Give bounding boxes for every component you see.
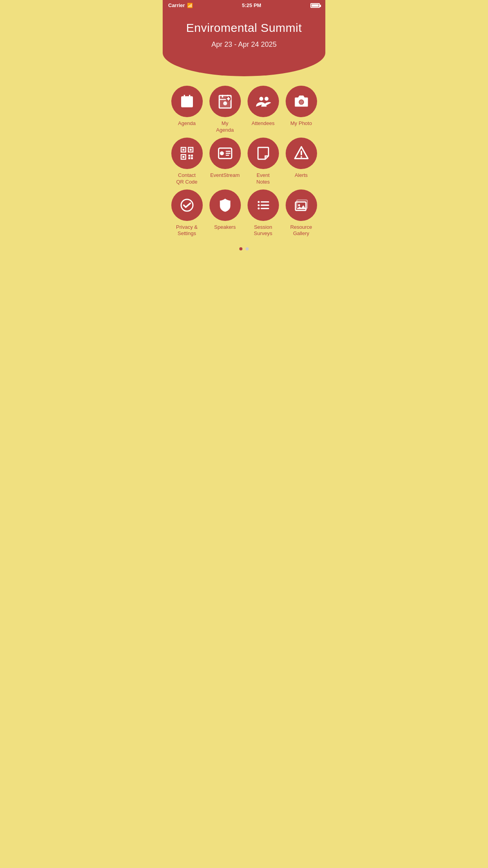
svg-rect-7 bbox=[183, 105, 185, 106]
svg-rect-6 bbox=[189, 102, 190, 103]
privacy-settings-icon-circle bbox=[171, 189, 203, 221]
eventstream-label: EventStream bbox=[210, 172, 240, 179]
page-dot-2[interactable] bbox=[246, 247, 249, 250]
eventstream-icon bbox=[217, 145, 233, 161]
event-notes-icon bbox=[255, 145, 271, 161]
contact-qr-label: ContactQR Code bbox=[176, 172, 197, 186]
my-photo-icon-circle bbox=[286, 86, 317, 117]
agenda-icon bbox=[179, 94, 195, 109]
svg-point-20 bbox=[259, 97, 263, 101]
my-photo-item[interactable]: My Photo bbox=[283, 86, 319, 134]
privacy-settings-icon bbox=[179, 197, 195, 213]
svg-rect-25 bbox=[182, 149, 184, 151]
speakers-icon bbox=[217, 197, 233, 213]
resource-gallery-icon-circle bbox=[286, 189, 317, 221]
eventstream-icon-circle bbox=[209, 138, 241, 169]
wifi-icon: 📶 bbox=[187, 3, 193, 8]
my-photo-label: My Photo bbox=[290, 120, 312, 127]
agenda-item[interactable]: Agenda bbox=[169, 86, 205, 134]
svg-rect-33 bbox=[191, 157, 193, 159]
carrier-label: Carrier bbox=[168, 2, 185, 8]
svg-rect-29 bbox=[182, 156, 184, 158]
alerts-icon bbox=[294, 145, 309, 161]
svg-rect-30 bbox=[188, 154, 190, 156]
session-surveys-icon bbox=[255, 197, 271, 213]
event-date: Apr 23 - Apr 24 2025 bbox=[171, 40, 317, 49]
event-notes-item[interactable]: EventNotes bbox=[245, 138, 281, 186]
agenda-icon-circle bbox=[171, 86, 203, 117]
svg-rect-5 bbox=[186, 102, 187, 103]
svg-point-45 bbox=[257, 204, 259, 206]
attendees-label: Attendees bbox=[251, 120, 275, 127]
my-agenda-icon bbox=[217, 94, 233, 109]
alerts-icon-circle bbox=[286, 138, 317, 169]
my-agenda-icon-circle bbox=[209, 86, 241, 117]
my-agenda-label: MyAgenda bbox=[216, 120, 234, 134]
status-right bbox=[310, 3, 320, 8]
page-dots bbox=[163, 243, 325, 254]
svg-point-23 bbox=[299, 100, 303, 104]
main-grid: Agenda MyAgenda bbox=[163, 76, 325, 243]
svg-point-21 bbox=[264, 97, 268, 101]
session-surveys-item[interactable]: SessionSurveys bbox=[245, 189, 281, 237]
svg-rect-31 bbox=[191, 154, 193, 156]
contact-qr-item[interactable]: ContactQR Code bbox=[169, 138, 205, 186]
alerts-label: Alerts bbox=[295, 172, 308, 179]
speakers-icon-circle bbox=[209, 189, 241, 221]
alerts-item[interactable]: Alerts bbox=[283, 138, 319, 186]
contact-qr-icon-circle bbox=[171, 138, 203, 169]
agenda-label: Agenda bbox=[178, 120, 196, 127]
svg-point-40 bbox=[301, 156, 302, 158]
svg-rect-8 bbox=[186, 105, 187, 106]
speakers-item[interactable]: Speakers bbox=[207, 189, 243, 237]
my-agenda-item[interactable]: MyAgenda bbox=[207, 86, 243, 134]
svg-rect-27 bbox=[189, 149, 191, 151]
eventstream-item[interactable]: EventStream bbox=[207, 138, 243, 186]
status-left: Carrier 📶 bbox=[168, 2, 193, 8]
svg-rect-32 bbox=[188, 157, 190, 159]
event-notes-icon-circle bbox=[248, 138, 279, 169]
attendees-icon-circle bbox=[248, 86, 279, 117]
svg-line-16 bbox=[225, 103, 226, 103]
event-notes-label: EventNotes bbox=[257, 172, 270, 186]
resource-gallery-item[interactable]: ResourceGallery bbox=[283, 189, 319, 237]
contact-qr-icon bbox=[179, 145, 195, 161]
svg-point-51 bbox=[298, 204, 300, 206]
svg-point-47 bbox=[257, 207, 259, 209]
svg-rect-9 bbox=[189, 105, 190, 106]
resource-gallery-label: ResourceGallery bbox=[290, 224, 312, 237]
battery-icon bbox=[310, 3, 320, 8]
svg-point-35 bbox=[220, 151, 224, 155]
attendees-icon bbox=[255, 94, 271, 109]
attendees-item[interactable]: Attendees bbox=[245, 86, 281, 134]
privacy-settings-label: Privacy &Settings bbox=[176, 224, 198, 237]
header-section: Enviromental Summit Apr 23 - Apr 24 2025 bbox=[163, 10, 325, 76]
my-photo-icon bbox=[294, 94, 309, 109]
session-surveys-icon-circle bbox=[248, 189, 279, 221]
session-surveys-label: SessionSurveys bbox=[254, 224, 272, 237]
status-bar: Carrier 📶 5:25 PM bbox=[163, 0, 325, 10]
resource-gallery-icon bbox=[294, 197, 309, 213]
speakers-label: Speakers bbox=[214, 224, 236, 231]
event-title: Enviromental Summit bbox=[171, 21, 317, 35]
privacy-settings-item[interactable]: Privacy &Settings bbox=[169, 189, 205, 237]
time-label: 5:25 PM bbox=[242, 2, 261, 8]
svg-rect-4 bbox=[183, 102, 185, 103]
page-dot-1[interactable] bbox=[239, 247, 242, 250]
svg-point-43 bbox=[257, 201, 259, 203]
